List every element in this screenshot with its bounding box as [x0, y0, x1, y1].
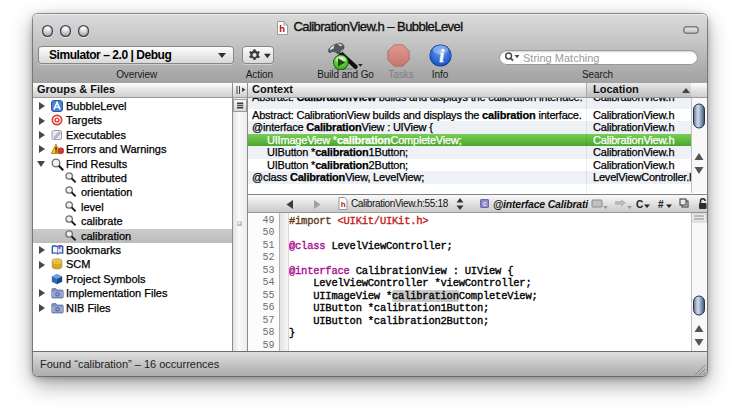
- svg-text:C: C: [636, 199, 643, 210]
- svg-text:h: h: [341, 200, 346, 209]
- svg-text:i: i: [439, 46, 444, 66]
- svg-text:#: #: [658, 199, 664, 210]
- svg-text:h: h: [280, 23, 286, 34]
